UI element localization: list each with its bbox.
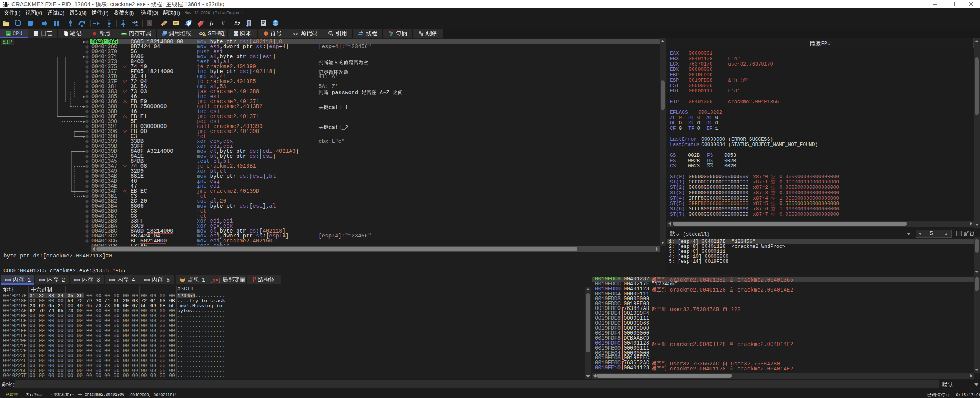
svg-text:fx: fx bbox=[210, 20, 214, 26]
svg-text:32: 32 bbox=[7, 32, 10, 36]
svg-text:Aᴢ: Aᴢ bbox=[234, 20, 240, 26]
svg-text:<>: <> bbox=[293, 31, 298, 36]
svg-text:#: # bbox=[221, 21, 225, 27]
svg-text:<>: <> bbox=[234, 32, 238, 36]
svg-text:S: S bbox=[148, 21, 151, 26]
